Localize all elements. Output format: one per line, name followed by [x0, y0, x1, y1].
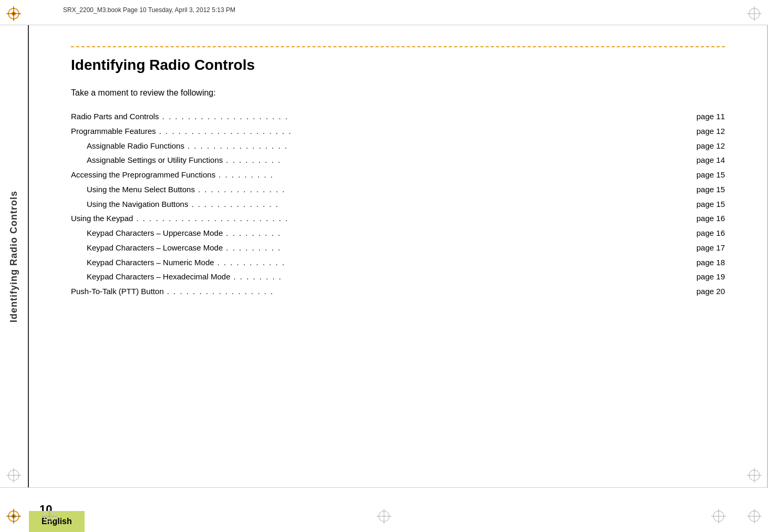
toc-label: Push-To-Talk (PTT) Button: [71, 284, 164, 299]
toc-page: page 15: [697, 182, 725, 197]
dashed-separator: [71, 46, 725, 47]
reg-mark-bottom-center: [377, 509, 391, 526]
toc-page: page 12: [697, 139, 725, 153]
toc-page: page 11: [697, 109, 725, 124]
toc-label: Keypad Characters – Numeric Mode: [87, 255, 214, 270]
reg-mark-bottom-left: [6, 509, 21, 526]
file-info: SRX_2200_M3.book Page 10 Tuesday, April …: [63, 6, 235, 14]
toc-label: Using the Keypad: [71, 211, 133, 226]
toc-label: Keypad Characters – Hexadecimal Mode: [87, 269, 230, 284]
toc-page: page 16: [697, 226, 725, 241]
toc-label: Keypad Characters – Lowercase Mode: [87, 241, 223, 255]
toc-label: Assignable Radio Functions: [87, 139, 184, 153]
toc-dots: . . . . . . . . . . . . . . . . . . . .: [162, 109, 693, 124]
reg-mark-top-left: [6, 6, 21, 23]
toc-dots: . . . . . . . . . . .: [217, 255, 693, 270]
toc-item: Using the Keypad. . . . . . . . . . . . …: [71, 211, 725, 226]
toc-item: Push-To-Talk (PTT) Button. . . . . . . .…: [71, 284, 725, 299]
toc-page: page 15: [697, 168, 725, 182]
toc-item: Keypad Characters – Numeric Mode . . . .…: [71, 255, 725, 270]
toc-item: Using the Menu Select Buttons. . . . . .…: [71, 182, 725, 197]
toc-dots: . . . . . . . . .: [226, 241, 693, 255]
toc-item: Keypad Characters – Hexadecimal Mode. . …: [71, 269, 725, 284]
reg-mark-bottom-left2: [42, 509, 57, 526]
toc-item: Keypad Characters – Lowercase Mode . . .…: [71, 241, 725, 255]
toc-item: Assignable Settings or Utility Functions…: [71, 153, 725, 168]
toc-item: Assignable Radio Functions. . . . . . . …: [71, 139, 725, 153]
toc-label: Keypad Characters – Uppercase Mode: [87, 226, 223, 241]
toc-dots: . . . . . . . .: [233, 269, 693, 284]
toc-label: Assignable Settings or Utility Functions: [87, 153, 223, 168]
toc-page: page 18: [697, 255, 725, 270]
intro-text: Take a moment to review the following:: [71, 88, 725, 98]
toc-page: page 16: [697, 211, 725, 226]
toc-dots: . . . . . . . . . . . . . .: [191, 197, 693, 212]
toc-dots: . . . . . . . . .: [226, 226, 693, 241]
toc-dots: . . . . . . . . . . . . . . . . . . . . …: [136, 211, 693, 226]
reg-mark-mid-right: [747, 468, 762, 485]
toc-list: Radio Parts and Controls. . . . . . . . …: [71, 109, 725, 299]
left-sidebar: Identifying Radio Controls: [0, 25, 29, 487]
toc-dots: . . . . . . . . . . . . . . . .: [188, 139, 693, 153]
main-content: Identifying Radio Controls Take a moment…: [29, 25, 767, 487]
reg-mark-bottom-right2: [747, 509, 762, 526]
toc-dots: . . . . . . . . . . . . . . . . . . . . …: [159, 124, 693, 139]
toc-dots: . . . . . . . . .: [226, 153, 693, 168]
toc-item: Accessing the Preprogrammed Functions . …: [71, 168, 725, 182]
reg-mark-mid-left: [6, 468, 21, 485]
toc-item: Radio Parts and Controls. . . . . . . . …: [71, 109, 725, 124]
sidebar-label: Identifying Radio Controls: [8, 191, 19, 322]
reg-mark-bottom-right: [711, 509, 726, 526]
toc-label: Using the Menu Select Buttons: [87, 182, 195, 197]
reg-mark-top-right: [747, 6, 762, 23]
top-bar: SRX_2200_M3.book Page 10 Tuesday, April …: [0, 0, 768, 25]
toc-item: Programmable Features. . . . . . . . . .…: [71, 124, 725, 139]
toc-page: page 20: [697, 284, 725, 299]
toc-page: page 15: [697, 197, 725, 212]
toc-label: Programmable Features: [71, 124, 156, 139]
toc-page: page 12: [697, 124, 725, 139]
toc-label: Using the Navigation Buttons: [87, 197, 188, 212]
page-title: Identifying Radio Controls: [71, 57, 725, 74]
toc-dots: . . . . . . . . . . . . . .: [198, 182, 693, 197]
page-container: SRX_2200_M3.book Page 10 Tuesday, April …: [0, 0, 768, 532]
toc-page: page 19: [697, 269, 725, 284]
toc-label: Radio Parts and Controls: [71, 109, 159, 124]
toc-item: Using the Navigation Buttons . . . . . .…: [71, 197, 725, 212]
toc-item: Keypad Characters – Uppercase Mode . . .…: [71, 226, 725, 241]
toc-dots: . . . . . . . . . . . . . . . . .: [167, 284, 693, 299]
toc-page: page 14: [697, 153, 725, 168]
toc-page: page 17: [697, 241, 725, 255]
toc-dots: . . . . . . . . .: [219, 168, 693, 182]
toc-label: Accessing the Preprogrammed Functions: [71, 168, 215, 182]
